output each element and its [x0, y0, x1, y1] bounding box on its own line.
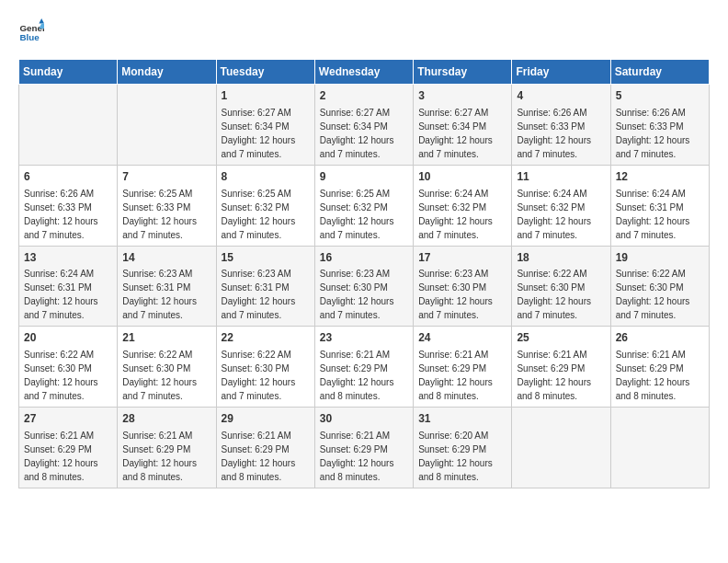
calendar-cell: 14Sunrise: 6:23 AM Sunset: 6:31 PM Dayli… [118, 246, 216, 327]
calendar-cell: 17Sunrise: 6:23 AM Sunset: 6:30 PM Dayli… [414, 246, 512, 327]
day-number: 28 [122, 411, 210, 427]
calendar-cell: 12Sunrise: 6:24 AM Sunset: 6:31 PM Dayli… [610, 165, 709, 246]
calendar-cell: 24Sunrise: 6:21 AM Sunset: 6:29 PM Dayli… [414, 327, 512, 408]
day-number: 12 [616, 169, 704, 185]
day-detail: Sunrise: 6:23 AM Sunset: 6:31 PM Dayligh… [122, 269, 199, 320]
day-detail: Sunrise: 6:22 AM Sunset: 6:30 PM Dayligh… [517, 269, 593, 320]
day-number: 8 [222, 169, 310, 185]
day-number: 27 [24, 411, 112, 427]
day-number: 18 [517, 250, 605, 266]
weekday-header-sunday: Sunday [19, 60, 118, 85]
calendar-cell: 13Sunrise: 6:24 AM Sunset: 6:31 PM Dayli… [19, 246, 118, 327]
day-detail: Sunrise: 6:20 AM Sunset: 6:29 PM Dayligh… [418, 431, 495, 482]
calendar-cell: 4Sunrise: 6:26 AM Sunset: 6:33 PM Daylig… [512, 85, 610, 166]
day-detail: Sunrise: 6:21 AM Sunset: 6:29 PM Dayligh… [616, 350, 692, 401]
day-number: 22 [222, 330, 310, 346]
day-number: 9 [320, 169, 408, 185]
calendar-cell: 16Sunrise: 6:23 AM Sunset: 6:30 PM Dayli… [314, 246, 413, 327]
day-number: 20 [24, 330, 112, 346]
calendar-cell: 3Sunrise: 6:27 AM Sunset: 6:34 PM Daylig… [414, 85, 512, 166]
day-detail: Sunrise: 6:25 AM Sunset: 6:32 PM Dayligh… [222, 189, 298, 240]
day-detail: Sunrise: 6:23 AM Sunset: 6:30 PM Dayligh… [418, 269, 495, 320]
calendar-cell: 22Sunrise: 6:22 AM Sunset: 6:30 PM Dayli… [216, 327, 314, 408]
day-number: 3 [418, 88, 506, 104]
calendar-week-row: 13Sunrise: 6:24 AM Sunset: 6:31 PM Dayli… [19, 246, 710, 327]
calendar-cell: 18Sunrise: 6:22 AM Sunset: 6:30 PM Dayli… [512, 246, 610, 327]
calendar-cell: 20Sunrise: 6:22 AM Sunset: 6:30 PM Dayli… [19, 327, 118, 408]
day-detail: Sunrise: 6:21 AM Sunset: 6:29 PM Dayligh… [24, 431, 100, 482]
day-detail: Sunrise: 6:24 AM Sunset: 6:31 PM Dayligh… [616, 189, 692, 240]
day-detail: Sunrise: 6:25 AM Sunset: 6:32 PM Dayligh… [320, 189, 396, 240]
day-detail: Sunrise: 6:27 AM Sunset: 6:34 PM Dayligh… [222, 108, 298, 159]
day-detail: Sunrise: 6:22 AM Sunset: 6:30 PM Dayligh… [122, 350, 199, 401]
weekday-header-thursday: Thursday [414, 60, 512, 85]
calendar-cell: 11Sunrise: 6:24 AM Sunset: 6:32 PM Dayli… [512, 165, 610, 246]
calendar-cell [610, 408, 709, 488]
day-number: 19 [616, 250, 704, 266]
calendar-cell: 29Sunrise: 6:21 AM Sunset: 6:29 PM Dayli… [216, 408, 314, 488]
page-header: General Blue [18, 18, 710, 44]
day-number: 23 [320, 330, 408, 346]
calendar-cell: 25Sunrise: 6:21 AM Sunset: 6:29 PM Dayli… [512, 327, 610, 408]
day-number: 10 [418, 169, 506, 185]
logo: General Blue [18, 18, 48, 44]
calendar-week-row: 20Sunrise: 6:22 AM Sunset: 6:30 PM Dayli… [19, 327, 710, 408]
day-number: 1 [222, 88, 310, 104]
calendar-cell: 6Sunrise: 6:26 AM Sunset: 6:33 PM Daylig… [19, 165, 118, 246]
day-detail: Sunrise: 6:21 AM Sunset: 6:29 PM Dayligh… [517, 350, 593, 401]
day-number: 14 [122, 250, 210, 266]
day-number: 29 [222, 411, 310, 427]
day-number: 31 [418, 411, 506, 427]
day-detail: Sunrise: 6:21 AM Sunset: 6:29 PM Dayligh… [320, 431, 396, 482]
calendar-cell: 5Sunrise: 6:26 AM Sunset: 6:33 PM Daylig… [610, 85, 709, 166]
day-number: 24 [418, 330, 506, 346]
calendar-cell: 28Sunrise: 6:21 AM Sunset: 6:29 PM Dayli… [118, 408, 216, 488]
calendar-cell: 2Sunrise: 6:27 AM Sunset: 6:34 PM Daylig… [314, 85, 413, 166]
day-detail: Sunrise: 6:24 AM Sunset: 6:32 PM Dayligh… [418, 189, 495, 240]
calendar-cell [19, 85, 118, 166]
day-detail: Sunrise: 6:27 AM Sunset: 6:34 PM Dayligh… [418, 108, 495, 159]
day-number: 21 [122, 330, 210, 346]
day-number: 6 [24, 169, 112, 185]
calendar-cell: 23Sunrise: 6:21 AM Sunset: 6:29 PM Dayli… [314, 327, 413, 408]
day-number: 7 [122, 169, 210, 185]
day-detail: Sunrise: 6:26 AM Sunset: 6:33 PM Dayligh… [616, 108, 692, 159]
day-number: 17 [418, 250, 506, 266]
day-number: 4 [517, 88, 605, 104]
calendar-cell: 15Sunrise: 6:23 AM Sunset: 6:31 PM Dayli… [216, 246, 314, 327]
day-detail: Sunrise: 6:26 AM Sunset: 6:33 PM Dayligh… [24, 189, 100, 240]
day-detail: Sunrise: 6:21 AM Sunset: 6:29 PM Dayligh… [122, 431, 199, 482]
calendar-cell: 10Sunrise: 6:24 AM Sunset: 6:32 PM Dayli… [414, 165, 512, 246]
day-number: 26 [616, 330, 704, 346]
day-number: 2 [320, 88, 408, 104]
calendar-cell: 27Sunrise: 6:21 AM Sunset: 6:29 PM Dayli… [19, 408, 118, 488]
calendar-cell: 8Sunrise: 6:25 AM Sunset: 6:32 PM Daylig… [216, 165, 314, 246]
day-number: 25 [517, 330, 605, 346]
calendar-week-row: 1Sunrise: 6:27 AM Sunset: 6:34 PM Daylig… [19, 85, 710, 166]
calendar-cell: 26Sunrise: 6:21 AM Sunset: 6:29 PM Dayli… [610, 327, 709, 408]
svg-marker-2 [39, 18, 44, 24]
day-number: 5 [616, 88, 704, 104]
calendar-header-row: SundayMondayTuesdayWednesdayThursdayFrid… [19, 60, 710, 85]
day-detail: Sunrise: 6:24 AM Sunset: 6:32 PM Dayligh… [517, 189, 593, 240]
weekday-header-saturday: Saturday [610, 60, 709, 85]
logo-icon: General Blue [18, 18, 44, 44]
weekday-header-monday: Monday [118, 60, 216, 85]
weekday-header-friday: Friday [512, 60, 610, 85]
calendar-cell [512, 408, 610, 488]
day-number: 15 [222, 250, 310, 266]
day-detail: Sunrise: 6:22 AM Sunset: 6:30 PM Dayligh… [616, 269, 692, 320]
day-number: 11 [517, 169, 605, 185]
day-detail: Sunrise: 6:26 AM Sunset: 6:33 PM Dayligh… [517, 108, 593, 159]
calendar-cell: 19Sunrise: 6:22 AM Sunset: 6:30 PM Dayli… [610, 246, 709, 327]
calendar-cell: 30Sunrise: 6:21 AM Sunset: 6:29 PM Dayli… [314, 408, 413, 488]
calendar-cell [118, 85, 216, 166]
day-detail: Sunrise: 6:21 AM Sunset: 6:29 PM Dayligh… [222, 431, 298, 482]
day-detail: Sunrise: 6:23 AM Sunset: 6:30 PM Dayligh… [320, 269, 396, 320]
day-detail: Sunrise: 6:24 AM Sunset: 6:31 PM Dayligh… [24, 269, 100, 320]
calendar-cell: 9Sunrise: 6:25 AM Sunset: 6:32 PM Daylig… [314, 165, 413, 246]
day-number: 30 [320, 411, 408, 427]
day-detail: Sunrise: 6:21 AM Sunset: 6:29 PM Dayligh… [418, 350, 495, 401]
calendar-week-row: 6Sunrise: 6:26 AM Sunset: 6:33 PM Daylig… [19, 165, 710, 246]
day-number: 13 [24, 250, 112, 266]
